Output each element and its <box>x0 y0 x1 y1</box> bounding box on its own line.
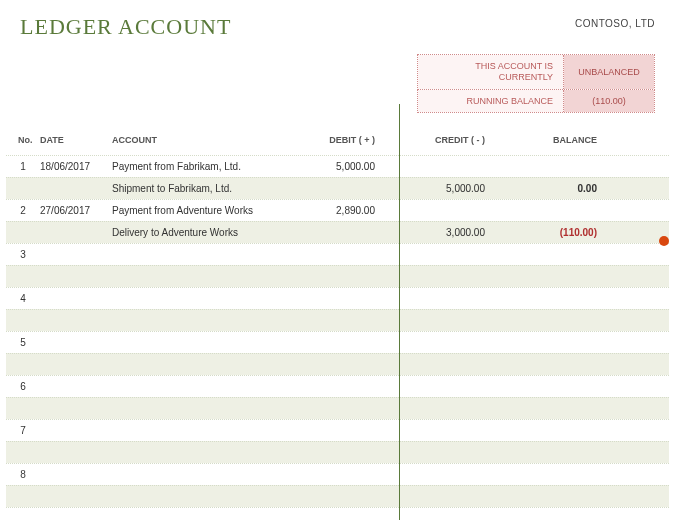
table-row: 8 <box>6 463 669 485</box>
col-header-balance: BALANCE <box>497 135 627 145</box>
cell-account: Delivery to Adventure Works <box>112 227 302 238</box>
cell-account: Shipment to Fabrikam, Ltd. <box>112 183 302 194</box>
col-header-date: DATE <box>40 135 112 145</box>
col-header-debit: DEBIT ( + ) <box>302 135 387 145</box>
table-row: 7 <box>6 419 669 441</box>
table-row: Shipment to Fabrikam, Ltd.5,000.000.00 <box>6 177 669 199</box>
table-row <box>6 353 669 375</box>
status-row-running-balance: RUNNING BALANCE (110.00) <box>417 90 655 114</box>
page-title: LEDGER ACCOUNT <box>20 14 231 40</box>
company-name: CONTOSO, LTD <box>575 14 655 29</box>
table-row <box>6 309 669 331</box>
cell-no: 6 <box>6 381 40 392</box>
col-header-no: No. <box>6 135 40 145</box>
vertical-divider <box>399 104 400 520</box>
cell-no: 1 <box>6 161 40 172</box>
table-body: 118/06/2017Payment from Fabrikam, Ltd.5,… <box>6 155 669 520</box>
cell-no: 8 <box>6 469 40 480</box>
cell-credit: 5,000.00 <box>387 183 497 194</box>
status-row-balance-state: THIS ACCOUNT IS CURRENTLY UNBALANCED <box>417 54 655 90</box>
cell-account: Payment from Adventure Works <box>112 205 302 216</box>
cell-credit: 3,000.00 <box>387 227 497 238</box>
cell-no: 2 <box>6 205 40 216</box>
alert-dot-icon <box>659 236 669 246</box>
table-row: 4 <box>6 287 669 309</box>
table-row: 6 <box>6 375 669 397</box>
status-value-unbalanced: UNBALANCED <box>564 55 654 89</box>
table-row <box>6 397 669 419</box>
table-row: 3 <box>6 243 669 265</box>
table-row <box>6 507 669 520</box>
col-header-account: ACCOUNT <box>112 135 302 145</box>
cell-no: 7 <box>6 425 40 436</box>
cell-date: 27/06/2017 <box>40 205 112 216</box>
cell-no: 5 <box>6 337 40 348</box>
table-row <box>6 485 669 507</box>
table-row <box>6 441 669 463</box>
ledger-table: No. DATE ACCOUNT DEBIT ( + ) CREDIT ( - … <box>6 127 669 520</box>
col-header-credit: CREDIT ( - ) <box>387 135 497 145</box>
table-row: 227/06/2017Payment from Adventure Works2… <box>6 199 669 221</box>
table-row: Delivery to Adventure Works3,000.00(110.… <box>6 221 669 243</box>
cell-account: Payment from Fabrikam, Ltd. <box>112 161 302 172</box>
table-row: 118/06/2017Payment from Fabrikam, Ltd.5,… <box>6 155 669 177</box>
table-header: No. DATE ACCOUNT DEBIT ( + ) CREDIT ( - … <box>6 127 669 155</box>
cell-no: 4 <box>6 293 40 304</box>
status-label: RUNNING BALANCE <box>418 90 564 113</box>
cell-debit: 2,890.00 <box>302 205 387 216</box>
table-row: 5 <box>6 331 669 353</box>
status-box: THIS ACCOUNT IS CURRENTLY UNBALANCED RUN… <box>417 54 655 113</box>
status-label: THIS ACCOUNT IS CURRENTLY <box>418 55 564 89</box>
cell-debit: 5,000.00 <box>302 161 387 172</box>
cell-date: 18/06/2017 <box>40 161 112 172</box>
header: LEDGER ACCOUNT CONTOSO, LTD <box>0 0 675 50</box>
cell-balance: 0.00 <box>497 183 627 194</box>
cell-balance: (110.00) <box>497 227 627 238</box>
cell-no: 3 <box>6 249 40 260</box>
table-row <box>6 265 669 287</box>
status-value-running: (110.00) <box>564 90 654 113</box>
